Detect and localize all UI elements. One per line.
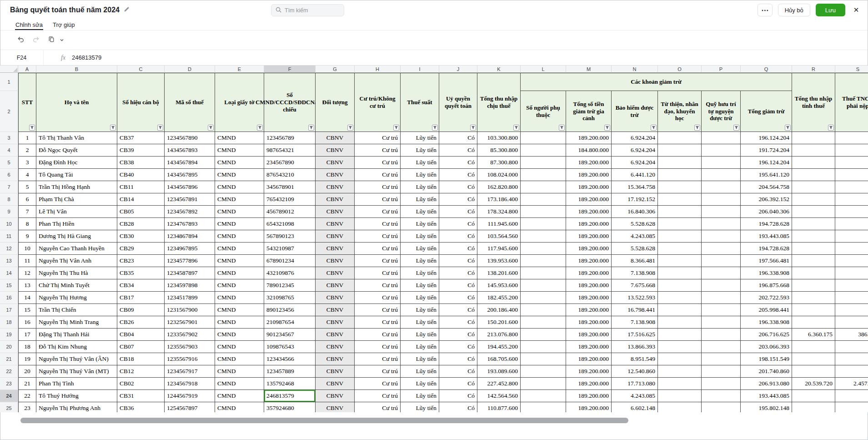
cell-B14[interactable]: Nguyễn Thị Thu Hà	[36, 267, 117, 279]
cell-H18[interactable]: Cư trú	[355, 316, 401, 329]
cell-H20[interactable]: Cư trú	[355, 341, 401, 353]
cell-N20[interactable]: 13.866.393	[612, 341, 658, 353]
cell-L25[interactable]	[521, 402, 566, 412]
cell-S3[interactable]	[835, 132, 868, 144]
cell-A25[interactable]: 23	[18, 402, 36, 412]
filter-icon[interactable]	[651, 125, 657, 131]
cell-Q15[interactable]: 196.875.668	[741, 279, 792, 292]
cell-A17[interactable]: 15	[18, 304, 36, 316]
cell-P21[interactable]	[702, 353, 741, 365]
cell-E14[interactable]: CMND	[215, 267, 264, 279]
cell-J14[interactable]: Có	[439, 267, 477, 279]
cell-O17[interactable]	[658, 304, 702, 316]
filter-icon[interactable]	[257, 125, 263, 131]
cell-F21[interactable]: 123434566	[264, 353, 316, 365]
cell-N13[interactable]: 8.366.481	[612, 255, 658, 267]
cell-Q3[interactable]: 196.124.204	[741, 132, 792, 144]
cell-C13[interactable]: CB23	[117, 255, 165, 267]
cell-S15[interactable]	[835, 279, 868, 292]
cell-Q19[interactable]: 206.716.625	[741, 329, 792, 341]
rename-button[interactable]	[124, 6, 130, 14]
cell-G8[interactable]: CBNV	[316, 193, 355, 206]
cell-G12[interactable]: CBNV	[316, 243, 355, 255]
column-header-O[interactable]: O	[658, 66, 702, 73]
cell-Q16[interactable]: 202.722.593	[741, 292, 792, 304]
cell-H7[interactable]: Cư trú	[355, 181, 401, 193]
cell-O19[interactable]	[658, 329, 702, 341]
filter-icon[interactable]	[29, 125, 35, 131]
cell-C4[interactable]: CB39	[117, 144, 165, 157]
cell-F4[interactable]: 987654321	[264, 144, 316, 157]
cell-Q13[interactable]: 197.566.481	[741, 255, 792, 267]
cell-R19[interactable]: 6.360.175	[792, 329, 835, 341]
column-header-E[interactable]: E	[215, 66, 264, 73]
cell-A20[interactable]: 18	[18, 341, 36, 353]
cell-M21[interactable]: 189.200.000	[566, 353, 612, 365]
cell-E23[interactable]: CMND	[215, 378, 264, 390]
filter-icon[interactable]	[432, 125, 438, 131]
cell-N9[interactable]: 16.840.306	[612, 206, 658, 218]
cell-N7[interactable]: 15.364.758	[612, 181, 658, 193]
cell-E3[interactable]: CMND	[215, 132, 264, 144]
cell-E18[interactable]: CMND	[215, 316, 264, 329]
column-header-L[interactable]: L	[521, 66, 566, 73]
row-header-25[interactable]: 25	[0, 402, 18, 412]
cell-K4[interactable]: 85.300.800	[477, 144, 521, 157]
cell-B23[interactable]: Phan Thị Tình	[36, 378, 117, 390]
cell-K13[interactable]: 139.953.600	[477, 255, 521, 267]
cell-A18[interactable]: 16	[18, 316, 36, 329]
cell-M15[interactable]: 189.200.000	[566, 279, 612, 292]
cell-D12[interactable]: 1234967895	[165, 243, 215, 255]
cell-M10[interactable]: 189.200.000	[566, 218, 612, 230]
cell-I7[interactable]: Lũy tiến	[401, 181, 439, 193]
cell-R15[interactable]	[792, 279, 835, 292]
cell-Q25[interactable]: 195.802.148	[741, 402, 792, 412]
cell-P5[interactable]	[702, 157, 741, 169]
deductions-group-title[interactable]: Các khoản giảm trừ	[521, 73, 792, 91]
cell-B22[interactable]: Nguyễn Thị Thuý Vân (MT)	[36, 365, 117, 378]
cell-Q5[interactable]: 196.124.204	[741, 157, 792, 169]
cell-F14[interactable]: 432109876	[264, 267, 316, 279]
cell-D11[interactable]: 1234867894	[165, 230, 215, 243]
cell-G11[interactable]: CBNV	[316, 230, 355, 243]
cell-I16[interactable]: Lũy tiến	[401, 292, 439, 304]
cell-N8[interactable]: 17.192.152	[612, 193, 658, 206]
cell-I10[interactable]: Lũy tiến	[401, 218, 439, 230]
cell-O13[interactable]	[658, 255, 702, 267]
filter-icon[interactable]	[157, 125, 163, 131]
cell-C22[interactable]: CB12	[117, 365, 165, 378]
cell-R25[interactable]	[792, 402, 835, 412]
cell-M8[interactable]: 189.200.000	[566, 193, 612, 206]
cell-I9[interactable]: Lũy tiến	[401, 206, 439, 218]
cell-R21[interactable]	[792, 353, 835, 365]
cell-E7[interactable]: CMND	[215, 181, 264, 193]
cell-E8[interactable]: CMND	[215, 193, 264, 206]
cell-N10[interactable]: 5.528.628	[612, 218, 658, 230]
formula-input[interactable]: 246813579	[72, 54, 101, 61]
cell-M11[interactable]: 189.200.000	[566, 230, 612, 243]
cell-C16[interactable]: CB17	[117, 292, 165, 304]
cell-N24[interactable]: 4.243.085	[612, 390, 658, 402]
cell-N15[interactable]: 7.675.668	[612, 279, 658, 292]
column-header-A[interactable]: A	[18, 66, 36, 73]
row-header-4[interactable]: 4	[0, 144, 18, 157]
cell-J18[interactable]: Có	[439, 316, 477, 329]
cell-Q18[interactable]: 196.338.908	[741, 316, 792, 329]
cell-E5[interactable]: CMND	[215, 157, 264, 169]
cell-R11[interactable]	[792, 230, 835, 243]
cell-I12[interactable]: Lũy tiến	[401, 243, 439, 255]
cell-R13[interactable]	[792, 255, 835, 267]
cell-J22[interactable]: Có	[439, 365, 477, 378]
cell-M6[interactable]: 189.200.000	[566, 169, 612, 181]
row-header-19[interactable]: 19	[0, 329, 18, 341]
cell-L22[interactable]	[521, 365, 566, 378]
cell-P15[interactable]	[702, 279, 741, 292]
column-header-D[interactable]: D	[165, 66, 215, 73]
filter-icon[interactable]	[110, 125, 116, 131]
column-title-R[interactable]: Tổng thu nhập tính thuế	[792, 73, 835, 132]
redo-button[interactable]	[29, 33, 43, 47]
cell-J21[interactable]: Có	[439, 353, 477, 365]
column-title-G[interactable]: Đối tượng	[316, 73, 355, 132]
cell-C21[interactable]: CB18	[117, 353, 165, 365]
cell-H4[interactable]: Cư trú	[355, 144, 401, 157]
